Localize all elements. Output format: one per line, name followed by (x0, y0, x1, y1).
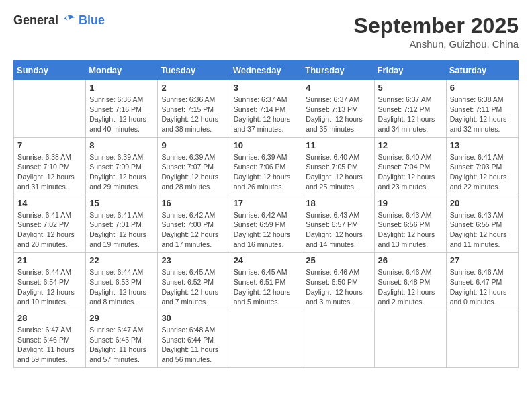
calendar-cell: 10Sunrise: 6:39 AM Sunset: 7:06 PM Dayli… (230, 137, 302, 195)
weekday-header-saturday: Saturday (446, 61, 518, 80)
day-info: Sunrise: 6:36 AM Sunset: 7:16 PM Dayligh… (89, 95, 154, 134)
day-number: 9 (161, 140, 226, 150)
day-info: Sunrise: 6:44 AM Sunset: 6:53 PM Dayligh… (89, 267, 154, 307)
day-info: Sunrise: 6:44 AM Sunset: 6:54 PM Dayligh… (17, 267, 82, 307)
day-info: Sunrise: 6:39 AM Sunset: 7:09 PM Dayligh… (89, 152, 154, 192)
day-number: 5 (378, 83, 443, 93)
day-number: 6 (450, 83, 515, 93)
day-number: 30 (161, 313, 226, 323)
day-info: Sunrise: 6:47 AM Sunset: 6:45 PM Dayligh… (89, 325, 154, 365)
day-number: 11 (306, 140, 370, 150)
day-number: 21 (17, 255, 82, 265)
day-number: 7 (17, 140, 82, 150)
week-row-5: 28Sunrise: 6:47 AM Sunset: 6:46 PM Dayli… (14, 310, 519, 368)
day-number: 29 (89, 313, 154, 323)
day-number: 18 (306, 198, 370, 208)
logo-blue: Blue (79, 13, 105, 28)
day-info: Sunrise: 6:42 AM Sunset: 6:59 PM Dayligh… (234, 210, 299, 250)
calendar-cell: 12Sunrise: 6:40 AM Sunset: 7:04 PM Dayli… (374, 137, 446, 195)
day-info: Sunrise: 6:43 AM Sunset: 6:57 PM Dayligh… (306, 210, 370, 250)
weekday-header-friday: Friday (374, 61, 446, 80)
calendar-cell: 15Sunrise: 6:41 AM Sunset: 7:01 PM Dayli… (86, 195, 158, 253)
day-info: Sunrise: 6:41 AM Sunset: 7:01 PM Dayligh… (89, 210, 154, 250)
title-block: September 2025 Anshun, Guizhou, China (354, 13, 519, 50)
day-info: Sunrise: 6:46 AM Sunset: 6:50 PM Dayligh… (306, 267, 370, 307)
day-info: Sunrise: 6:40 AM Sunset: 7:05 PM Dayligh… (306, 152, 370, 192)
week-row-1: 1Sunrise: 6:36 AM Sunset: 7:16 PM Daylig… (14, 80, 519, 138)
calendar-cell: 23Sunrise: 6:45 AM Sunset: 6:52 PM Dayli… (158, 253, 230, 310)
calendar-cell: 4Sunrise: 6:37 AM Sunset: 7:13 PM Daylig… (302, 80, 374, 138)
calendar-cell: 1Sunrise: 6:36 AM Sunset: 7:16 PM Daylig… (86, 80, 158, 138)
day-number: 4 (306, 83, 370, 93)
day-number: 23 (161, 255, 226, 265)
calendar-cell: 7Sunrise: 6:38 AM Sunset: 7:10 PM Daylig… (14, 137, 86, 195)
week-row-4: 21Sunrise: 6:44 AM Sunset: 6:54 PM Dayli… (14, 253, 519, 310)
day-number: 13 (450, 140, 515, 150)
day-info: Sunrise: 6:43 AM Sunset: 6:56 PM Dayligh… (378, 210, 443, 250)
day-number: 22 (89, 255, 154, 265)
day-number: 26 (378, 255, 443, 265)
logo-general: General (13, 13, 58, 28)
calendar-cell: 19Sunrise: 6:43 AM Sunset: 6:56 PM Dayli… (374, 195, 446, 253)
day-info: Sunrise: 6:39 AM Sunset: 7:07 PM Dayligh… (161, 152, 226, 192)
day-info: Sunrise: 6:41 AM Sunset: 7:03 PM Dayligh… (450, 152, 515, 192)
day-number: 27 (450, 255, 515, 265)
day-number: 19 (378, 198, 443, 208)
calendar-cell: 27Sunrise: 6:46 AM Sunset: 6:47 PM Dayli… (446, 253, 518, 310)
weekday-header-tuesday: Tuesday (158, 61, 230, 80)
logo: General Blue (13, 13, 105, 28)
calendar-cell: 22Sunrise: 6:44 AM Sunset: 6:53 PM Dayli… (86, 253, 158, 310)
calendar-cell: 8Sunrise: 6:39 AM Sunset: 7:09 PM Daylig… (86, 137, 158, 195)
day-number: 12 (378, 140, 443, 150)
day-number: 2 (161, 83, 226, 93)
calendar-cell (230, 310, 302, 368)
day-number: 1 (89, 83, 154, 93)
day-number: 25 (306, 255, 370, 265)
calendar-cell: 21Sunrise: 6:44 AM Sunset: 6:54 PM Dayli… (14, 253, 86, 310)
day-info: Sunrise: 6:45 AM Sunset: 6:52 PM Dayligh… (161, 267, 226, 307)
calendar-cell: 13Sunrise: 6:41 AM Sunset: 7:03 PM Dayli… (446, 137, 518, 195)
day-info: Sunrise: 6:47 AM Sunset: 6:46 PM Dayligh… (17, 325, 82, 365)
day-info: Sunrise: 6:46 AM Sunset: 6:47 PM Dayligh… (450, 267, 515, 307)
day-info: Sunrise: 6:36 AM Sunset: 7:15 PM Dayligh… (161, 95, 226, 134)
day-info: Sunrise: 6:46 AM Sunset: 6:48 PM Dayligh… (378, 267, 443, 307)
calendar-cell: 16Sunrise: 6:42 AM Sunset: 7:00 PM Dayli… (158, 195, 230, 253)
day-info: Sunrise: 6:37 AM Sunset: 7:14 PM Dayligh… (234, 95, 299, 134)
day-number: 28 (17, 313, 82, 323)
day-info: Sunrise: 6:43 AM Sunset: 6:55 PM Dayligh… (450, 210, 515, 250)
day-number: 10 (234, 140, 299, 150)
calendar-cell (14, 80, 86, 138)
calendar-cell: 17Sunrise: 6:42 AM Sunset: 6:59 PM Dayli… (230, 195, 302, 253)
day-number: 20 (450, 198, 515, 208)
calendar-cell (302, 310, 374, 368)
calendar-cell: 18Sunrise: 6:43 AM Sunset: 6:57 PM Dayli… (302, 195, 374, 253)
day-number: 16 (161, 198, 226, 208)
calendar-cell: 29Sunrise: 6:47 AM Sunset: 6:45 PM Dayli… (86, 310, 158, 368)
day-number: 17 (234, 198, 299, 208)
day-info: Sunrise: 6:39 AM Sunset: 7:06 PM Dayligh… (234, 152, 299, 192)
month-title: September 2025 (354, 13, 519, 38)
week-row-3: 14Sunrise: 6:41 AM Sunset: 7:02 PM Dayli… (14, 195, 519, 253)
calendar-cell (374, 310, 446, 368)
day-number: 3 (234, 83, 299, 93)
weekday-header-row: SundayMondayTuesdayWednesdayThursdayFrid… (14, 61, 519, 80)
week-row-2: 7Sunrise: 6:38 AM Sunset: 7:10 PM Daylig… (14, 137, 519, 195)
weekday-header-thursday: Thursday (302, 61, 374, 80)
day-info: Sunrise: 6:42 AM Sunset: 7:00 PM Dayligh… (161, 210, 226, 250)
calendar-cell: 25Sunrise: 6:46 AM Sunset: 6:50 PM Dayli… (302, 253, 374, 310)
calendar-cell: 2Sunrise: 6:36 AM Sunset: 7:15 PM Daylig… (158, 80, 230, 138)
day-info: Sunrise: 6:37 AM Sunset: 7:13 PM Dayligh… (306, 95, 370, 134)
calendar-cell: 14Sunrise: 6:41 AM Sunset: 7:02 PM Dayli… (14, 195, 86, 253)
calendar-table: SundayMondayTuesdayWednesdayThursdayFrid… (13, 60, 519, 368)
calendar-cell: 24Sunrise: 6:45 AM Sunset: 6:51 PM Dayli… (230, 253, 302, 310)
day-info: Sunrise: 6:45 AM Sunset: 6:51 PM Dayligh… (234, 267, 299, 307)
day-info: Sunrise: 6:38 AM Sunset: 7:11 PM Dayligh… (450, 95, 515, 134)
weekday-header-wednesday: Wednesday (230, 61, 302, 80)
calendar-cell: 26Sunrise: 6:46 AM Sunset: 6:48 PM Dayli… (374, 253, 446, 310)
calendar-cell (446, 310, 518, 368)
calendar-cell: 11Sunrise: 6:40 AM Sunset: 7:05 PM Dayli… (302, 137, 374, 195)
day-info: Sunrise: 6:40 AM Sunset: 7:04 PM Dayligh… (378, 152, 443, 192)
calendar-cell: 30Sunrise: 6:48 AM Sunset: 6:44 PM Dayli… (158, 310, 230, 368)
day-info: Sunrise: 6:48 AM Sunset: 6:44 PM Dayligh… (161, 325, 226, 365)
weekday-header-sunday: Sunday (14, 61, 86, 80)
